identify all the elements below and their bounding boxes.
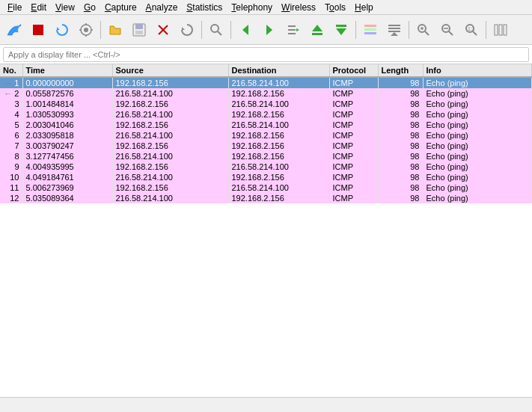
- svg-rect-23: [312, 33, 322, 35]
- table-row[interactable]: 8 3.127747456 216.58.214.100 192.168.2.1…: [0, 151, 532, 162]
- cell-no: 8: [0, 151, 22, 162]
- table-row[interactable]: ← 2 0.055872576 216.58.214.100 192.168.2…: [0, 88, 532, 99]
- svg-marker-17: [266, 25, 272, 35]
- menu-file[interactable]: File: [3, 1, 26, 14]
- cell-info: Echo (ping): [423, 109, 532, 120]
- scroll-top-button[interactable]: [306, 19, 328, 41]
- cell-source: 192.168.2.156: [112, 141, 228, 151]
- separator-6: [486, 21, 486, 39]
- col-no[interactable]: No.: [0, 64, 22, 77]
- cell-destination: 192.168.2.156: [228, 172, 329, 182]
- cell-protocol: ICMP: [329, 141, 378, 151]
- autoscroll-button[interactable]: [383, 19, 406, 41]
- cell-time: 1.030530993: [22, 109, 112, 120]
- menu-go[interactable]: Go: [79, 1, 100, 14]
- table-row[interactable]: 9 4.004935995 192.168.2.156 216.58.214.1…: [0, 162, 532, 172]
- svg-rect-44: [499, 25, 502, 35]
- menu-capture[interactable]: Capture: [100, 1, 141, 14]
- cell-source: 216.58.214.100: [112, 193, 228, 203]
- menu-help[interactable]: Help: [350, 1, 378, 14]
- cell-time: 0.055872576: [22, 88, 112, 99]
- close-file-button[interactable]: [152, 19, 174, 41]
- menu-analyze[interactable]: Analyze: [141, 1, 183, 14]
- col-time[interactable]: Time: [22, 64, 112, 77]
- separator-2: [201, 21, 202, 39]
- find-button[interactable]: [205, 19, 227, 41]
- table-row[interactable]: 10 4.049184761 216.58.214.100 192.168.2.…: [0, 172, 532, 182]
- svg-rect-30: [388, 28, 400, 29]
- cell-no: 7: [0, 141, 22, 151]
- table-row[interactable]: 7 3.003790247 192.168.2.156 192.168.2.15…: [0, 141, 532, 151]
- forward-button[interactable]: [258, 19, 281, 41]
- col-length[interactable]: Length: [378, 64, 423, 77]
- cell-source: 192.168.2.156: [112, 99, 228, 109]
- save-file-button[interactable]: [128, 19, 150, 41]
- table-row[interactable]: 12 5.035089364 216.58.214.100 192.168.2.…: [0, 193, 532, 203]
- cell-no: → 1: [0, 77, 22, 88]
- cell-no: 5: [0, 120, 22, 130]
- cell-destination: 192.168.2.156: [228, 109, 329, 120]
- cell-time: 2.033095818: [22, 130, 112, 141]
- cell-protocol: ICMP: [329, 77, 378, 88]
- menu-tools[interactable]: Tools: [320, 1, 350, 14]
- packet-table-container[interactable]: No. Time Source Destination Protocol Len…: [0, 64, 532, 397]
- resize-columns-button[interactable]: [489, 19, 512, 41]
- new-capture-button[interactable]: [3, 19, 25, 41]
- cell-info: Echo (ping): [423, 162, 532, 172]
- stop-button[interactable]: [27, 19, 49, 41]
- cell-length: 98: [378, 151, 423, 162]
- direction-arrow-left: ←: [4, 89, 12, 98]
- cell-length: 98: [378, 162, 423, 172]
- svg-rect-29: [388, 25, 400, 26]
- cell-source: 192.168.2.156: [112, 182, 228, 193]
- cell-destination: 216.58.214.100: [228, 162, 329, 172]
- cell-time: 2.003041046: [22, 120, 112, 130]
- svg-line-34: [425, 31, 429, 35]
- cell-no: 11: [0, 182, 22, 193]
- table-row[interactable]: 4 1.030530993 216.58.214.100 192.168.2.1…: [0, 109, 532, 120]
- back-button[interactable]: [234, 19, 257, 41]
- cell-destination: 216.58.214.100: [228, 120, 329, 130]
- capture-options-button[interactable]: [75, 19, 97, 41]
- open-file-button[interactable]: [104, 19, 126, 41]
- cell-destination: 216.58.214.100: [228, 99, 329, 109]
- col-destination[interactable]: Destination: [228, 64, 329, 77]
- display-filter-input[interactable]: [3, 47, 529, 62]
- menu-view[interactable]: View: [51, 1, 79, 14]
- table-row[interactable]: → 1 0.000000000 192.168.2.156 216.58.214…: [0, 77, 532, 88]
- scroll-bottom-button[interactable]: [330, 19, 352, 41]
- goto-button[interactable]: [282, 19, 305, 41]
- cell-source: 216.58.214.100: [112, 88, 228, 99]
- cell-protocol: ICMP: [329, 193, 378, 203]
- table-row[interactable]: 6 2.033095818 216.58.214.100 192.168.2.1…: [0, 130, 532, 141]
- col-protocol[interactable]: Protocol: [329, 64, 378, 77]
- table-row[interactable]: 11 5.006273969 192.168.2.156 216.58.214.…: [0, 182, 532, 193]
- cell-length: 98: [378, 120, 423, 130]
- zoom-out-button[interactable]: [436, 19, 459, 41]
- cell-protocol: ICMP: [329, 172, 378, 182]
- col-info[interactable]: Info: [423, 64, 532, 77]
- menu-telephony[interactable]: Telephony: [227, 1, 277, 14]
- menu-wireless[interactable]: Wireless: [277, 1, 320, 14]
- col-source[interactable]: Source: [112, 64, 228, 77]
- table-row[interactable]: 5 2.003041046 192.168.2.156 216.58.214.1…: [0, 120, 532, 130]
- svg-rect-25: [336, 25, 346, 27]
- menubar: File Edit View Go Capture Analyze Statis…: [0, 0, 532, 15]
- zoom-reset-button[interactable]: 1:1: [460, 19, 483, 41]
- menu-statistics[interactable]: Statistics: [182, 1, 227, 14]
- svg-marker-22: [312, 25, 322, 31]
- table-header: No. Time Source Destination Protocol Len…: [0, 64, 532, 77]
- table-row[interactable]: 3 1.001484814 192.168.2.156 216.58.214.1…: [0, 99, 532, 109]
- cell-source: 192.168.2.156: [112, 162, 228, 172]
- restart-button[interactable]: [51, 19, 73, 41]
- cell-protocol: ICMP: [329, 99, 378, 109]
- cell-length: 98: [378, 130, 423, 141]
- menu-edit[interactable]: Edit: [26, 1, 51, 14]
- svg-marker-24: [336, 28, 346, 35]
- svg-point-3: [84, 28, 88, 32]
- colorize-button[interactable]: [359, 19, 382, 41]
- reload-file-button[interactable]: [176, 19, 198, 41]
- svg-line-38: [449, 31, 453, 35]
- cell-info: Echo (ping): [423, 141, 532, 151]
- zoom-in-button[interactable]: [412, 19, 435, 41]
